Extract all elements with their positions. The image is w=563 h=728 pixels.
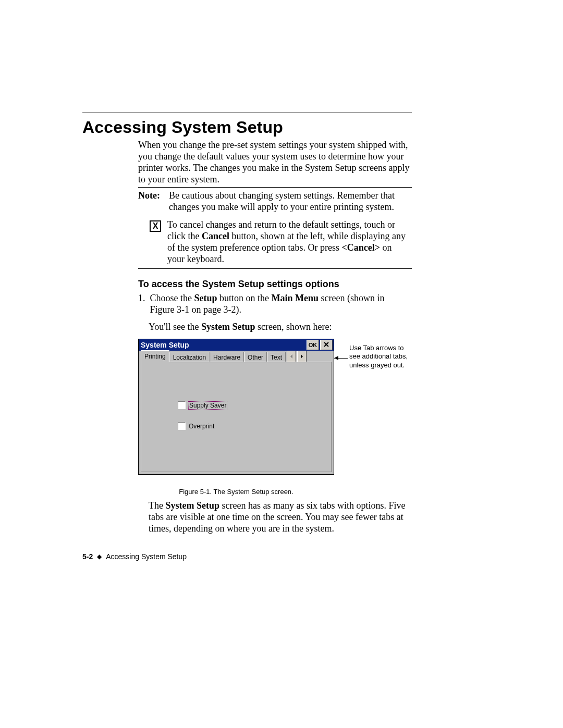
figure-caption: Figure 5-1. The System Setup screen. — [138, 488, 334, 496]
tab-strip: Printing Localization Hardware Other Tex… — [139, 351, 334, 362]
note-block: Note: Be cautious about changing system … — [138, 190, 412, 213]
chevron-right-icon — [300, 354, 303, 360]
step1b-pre: You'll see the — [149, 322, 201, 332]
annotation-text: Use Tab arrows to see additional tabs, u… — [349, 344, 412, 369]
cancel-text: To cancel changes and return to the defa… — [167, 219, 410, 265]
annotation-arrow-line — [334, 358, 348, 359]
dialog-titlebar: System Setup OK — [139, 339, 334, 351]
tab-text[interactable]: Text — [267, 352, 286, 363]
checkbox-supply-saver[interactable]: Supply Saver — [178, 401, 227, 409]
step1-mid1: button on the — [217, 293, 272, 303]
checkbox-overprint[interactable]: Overprint — [178, 422, 214, 430]
cancel-icon: X — [150, 220, 161, 232]
tab-panel: Supply Saver Overprint — [141, 362, 332, 472]
note-text: Be cautious about changing system settin… — [169, 190, 409, 213]
subheading: To access the System Setup settings opti… — [138, 279, 339, 290]
tab-hardware[interactable]: Hardware — [210, 352, 244, 363]
rule-above-note — [138, 187, 412, 188]
rule-below-note — [138, 268, 412, 269]
step-1-body: Choose the Setup button on the Main Menu… — [150, 293, 411, 316]
checkbox-label: Overprint — [189, 423, 214, 430]
rule-top — [82, 113, 412, 113]
tab-scroll-right[interactable] — [297, 351, 307, 362]
checkbox-label: Supply Saver — [189, 402, 227, 409]
checkbox-box-icon — [178, 422, 186, 430]
checkbox-box-icon — [178, 401, 186, 409]
tab-localization[interactable]: Localization — [169, 352, 210, 363]
footer-page-number: 5-2 — [82, 552, 93, 561]
tab-other[interactable]: Other — [244, 352, 267, 363]
footer-section-title: Accessing System Setup — [106, 552, 187, 561]
note-label: Note: — [138, 190, 167, 201]
svg-marker-3 — [301, 354, 303, 359]
step-1-number: 1. — [138, 293, 148, 304]
dialog-title: System Setup — [141, 341, 307, 349]
page-heading: Accessing System Setup — [82, 118, 283, 137]
footer-diamond-icon: ◆ — [97, 553, 102, 560]
step1-pre: Choose the — [150, 293, 194, 303]
cancel-block: X To cancel changes and return to the de… — [150, 219, 412, 265]
after-pre: The — [149, 500, 165, 511]
tab-scroll-left[interactable] — [287, 351, 296, 362]
after-b: System Setup — [165, 500, 219, 511]
chevron-left-icon — [290, 354, 293, 360]
page: Accessing System Setup When you change t… — [0, 0, 563, 728]
step1b-b: System Setup — [201, 322, 255, 332]
after-figure-paragraph: The System Setup screen has as many as s… — [149, 500, 412, 535]
page-footer: 5-2 ◆ Accessing System Setup — [82, 552, 187, 561]
step1-b1: Setup — [194, 293, 217, 303]
cancel-bold-2: <Cancel> — [341, 242, 380, 253]
ok-button[interactable]: OK — [307, 340, 319, 350]
tab-printing[interactable]: Printing — [141, 350, 169, 362]
step1-b2: Main Menu — [272, 293, 319, 303]
close-icon — [324, 342, 329, 348]
step-1b: You'll see the System Setup screen, show… — [149, 322, 412, 333]
step-1: 1. Choose the Setup button on the Main M… — [138, 293, 412, 316]
step1b-post: screen, shown here: — [255, 322, 332, 332]
intro-paragraph: When you change the pre-set system setti… — [138, 140, 412, 186]
cancel-bold-1: Cancel — [202, 231, 229, 241]
close-button[interactable] — [320, 340, 333, 350]
svg-marker-2 — [290, 354, 292, 359]
system-setup-dialog: System Setup OK Printing Localization Ha… — [138, 339, 334, 475]
